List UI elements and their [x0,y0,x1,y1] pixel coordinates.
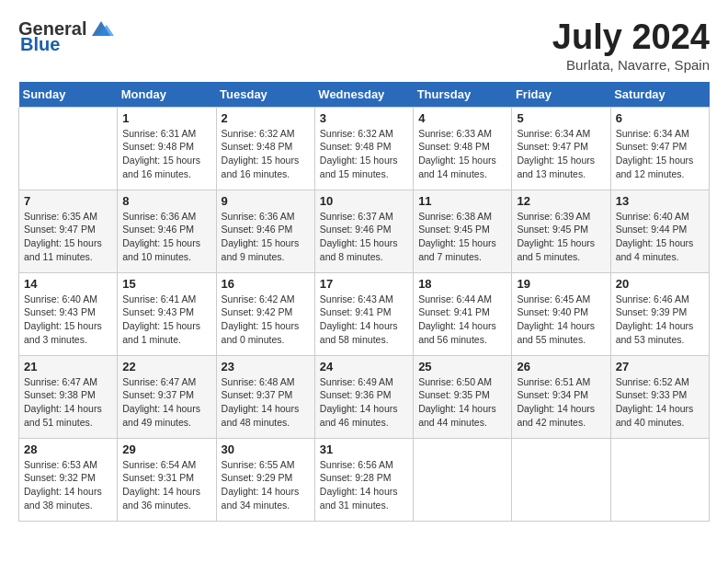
cell-sunrise: Sunrise: 6:44 AM [418,293,492,304]
day-number: 3 [320,111,408,125]
cell-sunrise: Sunrise: 6:32 AM [222,128,295,139]
weekday-header-row: SundayMondayTuesdayWednesdayThursdayFrid… [19,82,710,108]
day-number: 19 [517,277,605,291]
day-number: 27 [616,360,704,373]
cell-daylight: Daylight: 14 hours and 36 minutes. [122,486,200,511]
cell-sunset: Sunset: 9:34 PM [517,389,588,400]
cell-sunset: Sunset: 9:42 PM [222,306,293,317]
cell-sunset: Sunset: 9:48 PM [320,141,392,152]
cell-sunset: Sunset: 9:48 PM [418,141,490,152]
cell-sunrise: Sunrise: 6:31 AM [122,128,196,139]
day-number: 29 [122,442,210,456]
calendar-cell: 23 Sunrise: 6:48 AM Sunset: 9:37 PM Dayl… [216,355,314,438]
calendar-cell: 28 Sunrise: 6:53 AM Sunset: 9:32 PM Dayl… [19,438,118,521]
cell-sunset: Sunset: 9:45 PM [418,224,490,235]
day-number: 28 [24,442,112,456]
calendar-cell [19,107,118,190]
location: Burlata, Navarre, Spain [552,57,710,73]
calendar-cell: 3 Sunrise: 6:32 AM Sunset: 9:48 PM Dayli… [314,107,413,190]
cell-sunrise: Sunrise: 6:36 AM [122,211,196,222]
calendar-cell: 25 Sunrise: 6:50 AM Sunset: 9:35 PM Dayl… [414,355,512,438]
calendar-cell: 16 Sunrise: 6:42 AM Sunset: 9:42 PM Dayl… [216,272,314,355]
cell-sunset: Sunset: 9:43 PM [24,306,96,317]
cell-daylight: Daylight: 15 hours and 13 minutes. [517,155,595,179]
cell-daylight: Daylight: 15 hours and 11 minutes. [24,237,102,262]
weekday-header-tuesday: Tuesday [216,82,314,108]
title-block: July 2024 Burlata, Navarre, Spain [552,18,710,73]
day-number: 20 [616,277,704,291]
cell-sunrise: Sunrise: 6:38 AM [418,211,492,222]
calendar-cell [414,438,512,521]
month-title: July 2024 [552,18,710,57]
cell-daylight: Daylight: 14 hours and 44 minutes. [418,403,496,428]
weekday-header-monday: Monday [118,82,216,108]
day-number: 16 [222,277,310,291]
cell-sunrise: Sunrise: 6:33 AM [418,128,492,139]
day-number: 15 [122,277,210,291]
weekday-header-thursday: Thursday [414,82,512,108]
calendar-cell: 27 Sunrise: 6:52 AM Sunset: 9:33 PM Dayl… [610,355,709,438]
calendar-week-row: 28 Sunrise: 6:53 AM Sunset: 9:32 PM Dayl… [19,438,710,521]
cell-sunrise: Sunrise: 6:46 AM [616,293,689,304]
calendar-cell: 19 Sunrise: 6:45 AM Sunset: 9:40 PM Dayl… [512,272,610,355]
weekday-header-wednesday: Wednesday [314,82,413,108]
cell-sunset: Sunset: 9:32 PM [24,472,96,483]
logo-icon [88,19,114,40]
cell-sunset: Sunset: 9:35 PM [418,389,490,400]
day-number: 18 [418,277,506,291]
calendar-cell: 22 Sunrise: 6:47 AM Sunset: 9:37 PM Dayl… [118,355,216,438]
cell-sunrise: Sunrise: 6:51 AM [517,376,590,387]
calendar-cell: 31 Sunrise: 6:56 AM Sunset: 9:28 PM Dayl… [314,438,413,521]
weekday-header-saturday: Saturday [610,82,709,108]
calendar-cell: 21 Sunrise: 6:47 AM Sunset: 9:38 PM Dayl… [19,355,118,438]
cell-daylight: Daylight: 14 hours and 31 minutes. [320,486,398,511]
cell-sunset: Sunset: 9:33 PM [616,389,688,400]
calendar-cell: 6 Sunrise: 6:34 AM Sunset: 9:47 PM Dayli… [610,107,709,190]
cell-sunset: Sunset: 9:48 PM [222,141,293,152]
calendar-cell [512,438,610,521]
day-number: 30 [222,442,310,456]
day-number: 5 [517,111,605,125]
logo-blue: Blue [18,34,60,55]
cell-sunrise: Sunrise: 6:47 AM [122,376,196,387]
cell-sunrise: Sunrise: 6:54 AM [122,459,196,470]
cell-daylight: Daylight: 15 hours and 15 minutes. [320,155,398,179]
calendar-cell: 4 Sunrise: 6:33 AM Sunset: 9:48 PM Dayli… [414,107,512,190]
cell-sunrise: Sunrise: 6:32 AM [320,128,393,139]
cell-sunset: Sunset: 9:41 PM [320,306,392,317]
cell-sunrise: Sunrise: 6:47 AM [24,376,97,387]
calendar-cell [610,438,709,521]
cell-sunset: Sunset: 9:38 PM [24,389,96,400]
cell-sunrise: Sunrise: 6:40 AM [24,293,97,304]
cell-sunset: Sunset: 9:47 PM [616,141,688,152]
cell-daylight: Daylight: 15 hours and 7 minutes. [418,237,496,262]
day-number: 31 [320,442,408,456]
calendar-cell: 10 Sunrise: 6:37 AM Sunset: 9:46 PM Dayl… [314,190,413,272]
cell-sunrise: Sunrise: 6:55 AM [222,459,295,470]
calendar-cell: 13 Sunrise: 6:40 AM Sunset: 9:44 PM Dayl… [610,190,709,272]
cell-sunset: Sunset: 9:46 PM [320,224,392,235]
cell-daylight: Daylight: 14 hours and 38 minutes. [24,486,102,511]
calendar-cell: 14 Sunrise: 6:40 AM Sunset: 9:43 PM Dayl… [19,272,118,355]
cell-daylight: Daylight: 15 hours and 3 minutes. [24,320,102,345]
day-number: 24 [320,360,408,373]
cell-sunrise: Sunrise: 6:41 AM [122,293,196,304]
calendar-cell: 9 Sunrise: 6:36 AM Sunset: 9:46 PM Dayli… [216,190,314,272]
cell-daylight: Daylight: 15 hours and 8 minutes. [320,237,398,262]
cell-sunset: Sunset: 9:28 PM [320,472,392,483]
cell-daylight: Daylight: 14 hours and 49 minutes. [122,403,200,428]
cell-sunset: Sunset: 9:31 PM [122,472,194,483]
cell-sunrise: Sunrise: 6:36 AM [222,211,295,222]
cell-daylight: Daylight: 14 hours and 56 minutes. [418,320,496,345]
cell-sunset: Sunset: 9:44 PM [616,224,688,235]
calendar-cell: 12 Sunrise: 6:39 AM Sunset: 9:45 PM Dayl… [512,190,610,272]
calendar-cell: 7 Sunrise: 6:35 AM Sunset: 9:47 PM Dayli… [19,190,118,272]
day-number: 23 [222,360,310,373]
cell-sunrise: Sunrise: 6:34 AM [616,128,689,139]
day-number: 12 [517,194,605,208]
calendar-cell: 11 Sunrise: 6:38 AM Sunset: 9:45 PM Dayl… [414,190,512,272]
day-number: 25 [418,360,506,373]
cell-sunset: Sunset: 9:37 PM [122,389,194,400]
cell-sunset: Sunset: 9:36 PM [320,389,392,400]
calendar-week-row: 1 Sunrise: 6:31 AM Sunset: 9:48 PM Dayli… [19,107,710,190]
